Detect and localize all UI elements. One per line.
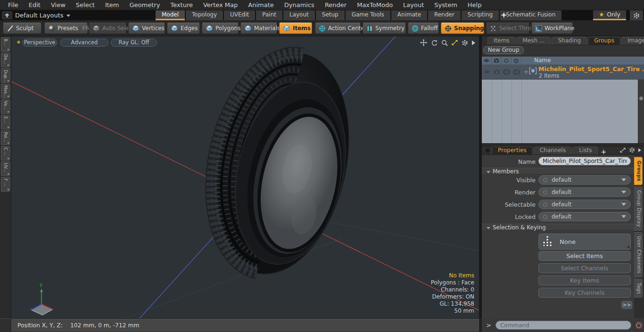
new-group-button[interactable]: New Group <box>483 46 524 54</box>
menu-item[interactable]: Vertex Map <box>198 0 243 10</box>
toolbox-tab[interactable]: Dup... <box>1 68 10 83</box>
item-list-tab[interactable]: Items <box>487 37 516 45</box>
layout-tab[interactable]: Model <box>156 10 185 20</box>
layout-tab[interactable]: Scripting <box>462 10 499 20</box>
row-checkbox-1[interactable] <box>502 65 512 79</box>
menu-item[interactable]: Help <box>462 0 487 10</box>
toolbox-tab[interactable]: Mes... <box>1 84 10 98</box>
record-macro-button[interactable] <box>634 320 644 330</box>
row-main[interactable]: + Michelin_Pilot_Sport5_Car_Tire ... 2 I… <box>521 65 644 79</box>
menu-item[interactable]: Geometry <box>124 0 165 10</box>
state-dropdown[interactable]: default <box>538 175 631 185</box>
layout-tab[interactable]: Render <box>428 10 461 20</box>
selection-action-button[interactable]: Select Items <box>538 251 631 261</box>
add-tab-icon[interactable]: + <box>601 149 606 154</box>
vertices-mode-button[interactable]: Vertices 1 <box>128 23 165 34</box>
selection-keying-section-header[interactable]: Selection & Keying <box>482 224 634 231</box>
render-column-header[interactable] <box>492 57 502 65</box>
selection-action-button[interactable]: Select Channels <box>538 263 631 273</box>
action-center-button[interactable]: Action Center <box>315 23 361 34</box>
edges-mode-button[interactable]: Edges 2 <box>167 23 200 34</box>
side-tab[interactable]: Tags <box>634 279 643 298</box>
items-mode-button[interactable]: Items 5 <box>279 23 312 34</box>
select-through-button[interactable]: Select Through <box>486 23 529 34</box>
menu-item[interactable]: Item <box>100 0 124 10</box>
menu-item[interactable]: Texture <box>165 0 198 10</box>
tire-model[interactable] <box>192 40 368 287</box>
cube-column-header[interactable] <box>512 57 521 65</box>
falloff-button[interactable]: Falloff <box>408 23 439 34</box>
scrollbar-thumb[interactable] <box>639 97 643 100</box>
perspective-button[interactable]: Perspective <box>22 39 57 47</box>
layout-tab[interactable]: UVEdit <box>224 10 255 20</box>
item-list-tab[interactable]: Groups <box>588 37 620 45</box>
layout-tab[interactable]: Animate <box>391 10 427 20</box>
toolbox-tab[interactable]: C ... <box>1 146 10 161</box>
visibility-column-header[interactable] <box>482 57 492 65</box>
layout-tab[interactable]: Setup <box>316 10 345 20</box>
tree-scrollbar[interactable] <box>638 80 644 143</box>
toolbox-tab[interactable]: F ... <box>1 177 10 192</box>
layout-tab[interactable]: Layout <box>283 10 315 20</box>
expand-panel-icon[interactable] <box>620 147 626 153</box>
selection-action-button[interactable]: Key Channels <box>538 288 631 298</box>
menu-item[interactable]: Layout <box>398 0 429 10</box>
state-dropdown[interactable]: default <box>538 200 631 209</box>
expand-item-icon[interactable]: + <box>524 69 528 75</box>
rotate-icon[interactable] <box>431 40 438 46</box>
menu-item[interactable]: MaxToModo <box>352 0 398 10</box>
group-name-input[interactable] <box>538 157 631 165</box>
menu-item[interactable]: Animate <box>243 0 279 10</box>
materials-mode-button[interactable]: Materials <box>240 23 277 34</box>
members-section-header[interactable]: Members <box>482 168 634 175</box>
menu-item[interactable]: File <box>3 0 24 10</box>
add-layout-tab-button[interactable]: + <box>496 10 512 20</box>
only-toggle-button[interactable]: ★Only <box>593 10 626 20</box>
raygl-button[interactable]: Ray GL: Off <box>111 39 157 47</box>
side-tab[interactable]: Group Display <box>634 186 643 231</box>
state-dropdown[interactable]: default <box>538 187 631 197</box>
side-tab[interactable]: Groups <box>634 157 643 185</box>
side-tab[interactable]: User Channels <box>634 232 643 277</box>
pan-icon[interactable] <box>420 39 427 46</box>
item-list-tab[interactable]: Images <box>621 37 644 45</box>
menu-item[interactable]: Render <box>320 0 352 10</box>
polygons-mode-button[interactable]: Polygons <box>202 23 239 34</box>
default-layouts-dropdown[interactable]: Default Layouts <box>15 10 70 20</box>
command-input[interactable] <box>495 321 631 330</box>
row-visibility-toggle[interactable] <box>482 65 492 79</box>
layout-settings-button[interactable] <box>630 10 643 20</box>
toolbox-tab[interactable]: Ve... <box>1 99 10 114</box>
selection-set-none-button[interactable]: None <box>538 234 631 250</box>
properties-tab[interactable]: Channels <box>534 146 572 154</box>
selection-action-button[interactable]: Key Items <box>538 275 631 285</box>
gear-icon[interactable] <box>629 147 635 153</box>
layout-tab[interactable]: Topology <box>186 10 223 20</box>
row-checkbox-2[interactable] <box>512 65 521 79</box>
layout-up-button[interactable] <box>2 11 12 19</box>
menu-item[interactable]: View <box>46 0 71 10</box>
sphere-column-header[interactable] <box>502 57 512 65</box>
menu-item[interactable]: Edit <box>24 0 46 10</box>
auto-select-button[interactable]: Auto Select <box>89 23 126 34</box>
maximize-icon[interactable] <box>452 40 458 46</box>
item-list-tab[interactable]: Shading <box>552 37 587 45</box>
snapping-button[interactable]: Snapping <box>441 23 484 34</box>
toolbox-tab[interactable]: De... <box>1 53 10 67</box>
advanced-button[interactable]: Advanced <box>60 39 108 47</box>
viewport-settings-gear-icon[interactable] <box>462 40 468 46</box>
toolbox-tab[interactable]: E... <box>1 115 10 130</box>
presets-button[interactable]: Presets F6 <box>44 23 88 34</box>
panel-menu-icon[interactable] <box>486 148 490 153</box>
item-list-tab[interactable]: Mesh ... <box>517 37 551 45</box>
sculpt-button[interactable]: Sculpt <box>3 23 41 34</box>
group-item-row[interactable]: + Michelin_Pilot_Sport5_Car_Tire ... 2 I… <box>482 65 644 80</box>
viewport-3d[interactable]: Y Perspective Advanced Ray GL: Off <box>11 36 479 318</box>
toolbox-tab[interactable]: B... <box>1 37 10 52</box>
layout-tab[interactable]: Game Tools <box>346 10 390 20</box>
menu-item[interactable]: System <box>429 0 462 10</box>
layout-tab[interactable]: Paint <box>256 10 282 20</box>
workplane-button[interactable]: WorkPlane <box>531 23 573 34</box>
zoom-icon[interactable] <box>441 40 448 46</box>
more-options-button[interactable]: >> <box>621 301 632 309</box>
